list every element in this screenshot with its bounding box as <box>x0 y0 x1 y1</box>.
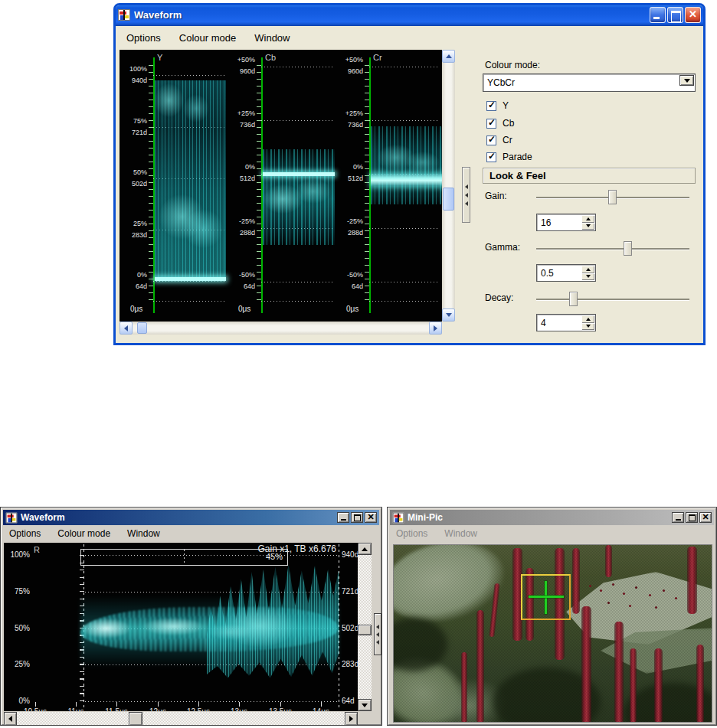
panel-cb: Cb +50% 960d +25% 736d 0% 512d -25% 288d… <box>228 50 336 322</box>
tick-label: 0% <box>7 697 30 705</box>
scroll-up-button[interactable] <box>442 50 455 63</box>
titlebar[interactable]: Mini-Pic ✕ <box>390 510 714 525</box>
tick-label: 721d <box>342 587 358 596</box>
waveform-display: Y 100% 940d 75% 721d 50% 502d 25% 283d 0… <box>120 50 442 322</box>
horizontal-scrollbar[interactable] <box>120 322 442 335</box>
checkbox-y-box[interactable] <box>486 101 496 111</box>
time-label: 0μs <box>130 305 142 313</box>
checkbox-cr[interactable]: Cr <box>486 135 512 145</box>
colour-mode-dropdown[interactable]: YCbCr <box>483 73 696 92</box>
gain-value: 16 <box>541 217 551 228</box>
time-tick-label: 11μs <box>59 707 93 711</box>
minimize-button[interactable] <box>650 7 666 23</box>
vertical-scroll-thumb[interactable] <box>358 625 372 635</box>
gain-spin-up[interactable] <box>581 215 594 223</box>
scroll-left-button[interactable] <box>4 712 17 726</box>
decay-value: 4 <box>541 318 546 328</box>
gamma-spin-up[interactable] <box>581 266 594 273</box>
vertical-scrollbar[interactable] <box>442 50 455 322</box>
zoom-region-box[interactable] <box>80 549 288 566</box>
tick-label: 288d <box>228 229 255 237</box>
checkbox-cb-box[interactable] <box>486 119 496 129</box>
decay-spinbox[interactable]: 4 <box>536 314 596 331</box>
channel-label: R <box>34 545 40 554</box>
menu-options[interactable]: Options <box>126 32 161 44</box>
maximize-button[interactable] <box>351 512 363 523</box>
scroll-up-button[interactable] <box>358 543 372 555</box>
tick-label: 100% <box>7 550 30 559</box>
checkbox-parade[interactable]: Parade <box>486 152 532 162</box>
cr-center-line <box>371 174 442 186</box>
gain-label: Gain: <box>485 191 507 201</box>
scroll-down-button[interactable] <box>442 309 455 322</box>
crosshair-horizontal[interactable] <box>529 596 564 598</box>
checkbox-cb[interactable]: Cb <box>486 118 514 129</box>
titlebar[interactable]: Waveform <box>113 3 706 26</box>
maximize-button[interactable] <box>686 512 698 523</box>
gamma-value: 0.5 <box>541 268 554 279</box>
menu-window[interactable]: Window <box>254 32 290 44</box>
vertical-scrollbar[interactable] <box>358 543 372 711</box>
tick-label: 64d <box>342 697 355 705</box>
decay-slider-thumb[interactable] <box>569 292 578 306</box>
tick-label: +25% <box>336 109 363 117</box>
decay-label: Decay: <box>485 292 513 303</box>
panel-y: Y 100% 940d 75% 721d 50% 502d 25% 283d 0… <box>120 50 228 322</box>
preview-image[interactable] <box>393 544 712 723</box>
gain-spin-down[interactable] <box>581 223 594 230</box>
gamma-spin-down[interactable] <box>581 273 594 281</box>
gain-spinbox[interactable]: 16 <box>536 214 596 231</box>
dropdown-arrow-button[interactable] <box>679 75 694 86</box>
horizontal-scroll-thumb[interactable] <box>129 712 142 726</box>
tick-label: 64d <box>120 282 147 290</box>
tick-label: 25% <box>120 220 147 227</box>
panel-splitter[interactable] <box>374 613 381 655</box>
checkbox-y[interactable]: Y <box>486 100 509 111</box>
panel-splitter[interactable] <box>462 167 470 223</box>
menu-colour-mode[interactable]: Colour mode <box>57 528 110 539</box>
close-button[interactable] <box>685 7 701 23</box>
vertical-scroll-thumb[interactable] <box>443 188 454 211</box>
gamma-slider-thumb[interactable] <box>624 241 632 256</box>
checkbox-parade-box[interactable] <box>486 152 496 162</box>
close-button[interactable]: ✕ <box>699 512 712 523</box>
gain-slider-thumb[interactable] <box>608 190 617 204</box>
colour-mode-label: Colour mode: <box>485 60 540 70</box>
gamma-slider-track[interactable] <box>536 248 689 250</box>
tick-label: 502d <box>342 624 358 632</box>
scroll-right-button[interactable] <box>429 322 442 335</box>
minimize-button[interactable] <box>337 512 349 523</box>
tick-label: 736d <box>228 121 255 129</box>
scroll-left-button[interactable] <box>120 322 133 335</box>
decay-spin-down[interactable] <box>581 323 594 331</box>
menu-bar: Options Window <box>390 525 714 541</box>
time-tick-label: 13μs <box>222 707 256 711</box>
y-black-level-line <box>155 277 226 281</box>
gamma-spinbox[interactable]: 0.5 <box>536 264 596 282</box>
decay-spin-up[interactable] <box>581 315 594 323</box>
window-title: Waveform <box>21 512 336 523</box>
horizontal-scroll-thumb[interactable] <box>137 322 147 334</box>
look-and-feel-header[interactable]: Look & Feel <box>483 168 696 184</box>
tick-label: +50% <box>228 56 255 64</box>
close-button[interactable]: ✕ <box>365 512 377 523</box>
horizontal-scrollbar[interactable] <box>4 712 358 726</box>
menu-options[interactable]: Options <box>396 528 427 539</box>
tick-label: 50% <box>120 168 147 176</box>
window-title: Mini-Pic <box>408 512 670 523</box>
menu-colour-mode[interactable]: Colour mode <box>179 32 236 44</box>
menu-options[interactable]: Options <box>9 528 41 539</box>
decay-slider-track[interactable] <box>536 299 689 300</box>
cb-center-line <box>263 172 335 176</box>
minimize-button[interactable] <box>672 512 684 523</box>
menu-window[interactable]: Window <box>127 528 160 539</box>
scroll-down-button[interactable] <box>358 699 372 711</box>
checkbox-cb-label: Cb <box>503 118 514 129</box>
checkbox-cr-box[interactable] <box>486 135 496 145</box>
tick-label: 64d <box>228 282 255 290</box>
tick-label: -25% <box>228 217 255 225</box>
titlebar[interactable]: Waveform ✕ <box>3 510 379 525</box>
maximize-button[interactable] <box>667 7 683 23</box>
menu-window[interactable]: Window <box>444 528 477 539</box>
scroll-right-button[interactable] <box>345 712 358 726</box>
